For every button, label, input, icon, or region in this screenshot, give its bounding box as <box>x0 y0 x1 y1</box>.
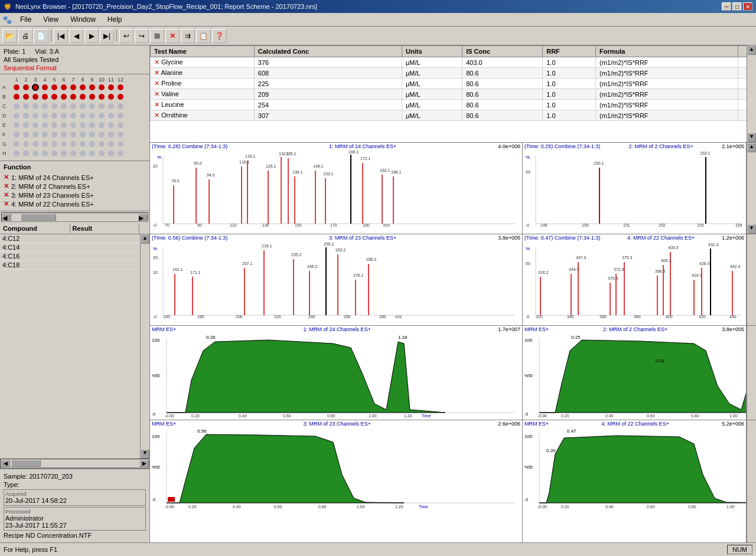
data-row-glycine[interactable]: ✕ Glycine 376 µM/L 403.0 1.0 (m1/m2)*IS*… <box>151 57 756 68</box>
toolbar-btn6[interactable]: ↪ <box>135 29 149 43</box>
cscroll-right[interactable]: ▶ <box>139 460 149 467</box>
well-C2[interactable] <box>21 102 31 111</box>
toolbar-print2[interactable]: 📄 <box>34 29 48 43</box>
spectrum-vscroll[interactable]: ▲ ▼ <box>747 143 756 234</box>
well-A8[interactable] <box>78 83 87 92</box>
cell-alanine-conc: 608 <box>254 68 402 79</box>
well-A10[interactable] <box>97 83 106 92</box>
spectrum2-header: (Time: 0.25) Combine (7:34-1:3) 2: MRM o… <box>523 143 746 150</box>
title-bar-left: 🦁 NeoLynx Browser - [20170720_Precision_… <box>4 3 317 11</box>
compound-rows: 4:C12 4:C14 4:C16 4:C18 <box>0 234 140 459</box>
well-C8[interactable] <box>78 102 87 111</box>
function-item-2[interactable]: ✕ 2: MRM of 2 Channels ES+ <box>4 182 146 191</box>
vscroll-down[interactable]: ▼ <box>141 449 149 459</box>
well-A6[interactable] <box>59 83 69 92</box>
toolbar-first[interactable]: |◀ <box>54 29 68 43</box>
valine-x: ✕ <box>154 90 159 97</box>
well-C1[interactable] <box>12 102 21 111</box>
compound-row-C14[interactable]: 4:C14 <box>0 243 140 252</box>
well-C11[interactable] <box>106 102 116 111</box>
data-row-proline[interactable]: ✕ Proline 225 µM/L 80.6 1.0 (m1/m2)*IS*R… <box>151 79 756 89</box>
well-B1[interactable] <box>12 92 21 102</box>
compound-row-C18[interactable]: 4:C18 <box>0 261 140 270</box>
cscroll-left[interactable]: ◀ <box>1 460 10 467</box>
toolbar-btn5[interactable]: ↩ <box>119 29 133 43</box>
tvscroll-down[interactable]: ▼ <box>747 133 756 142</box>
toolbar-help[interactable]: ❓ <box>212 29 227 43</box>
compound-hscroll[interactable]: ◀ ▶ <box>0 459 149 468</box>
menu-window[interactable]: Window <box>67 14 99 25</box>
well-A4[interactable] <box>40 83 50 92</box>
compound-row-C16[interactable]: 4:C16 <box>0 252 140 261</box>
toolbar-print[interactable]: 🖨 <box>18 29 32 43</box>
tvscroll-up[interactable]: ▲ <box>747 45 756 55</box>
menu-view[interactable]: View <box>40 14 62 25</box>
well-A12[interactable] <box>116 83 125 92</box>
function-item-1[interactable]: ✕ 1: MRM of 24 Channels ES+ <box>4 173 146 182</box>
menu-help[interactable]: Help <box>104 14 126 25</box>
well-A3[interactable] <box>31 83 40 92</box>
close-button[interactable]: ✕ <box>743 2 752 11</box>
function-hscroll[interactable]: ◀ ▶ <box>1 212 148 222</box>
well-C7[interactable] <box>69 102 78 111</box>
svg-text:100: 100 <box>524 338 533 343</box>
well-A11[interactable] <box>106 83 116 92</box>
svscroll-up[interactable]: ▲ <box>747 143 756 152</box>
toolbar-play[interactable]: ▶ <box>84 29 99 43</box>
well-C6[interactable] <box>59 102 69 111</box>
cscroll-thumb[interactable] <box>11 460 41 467</box>
compound-vscroll[interactable]: ▲ ▼ <box>140 234 149 459</box>
data-row-valine[interactable]: ✕ Valine 209 µM/L 80.6 1.0 (m1/m2)*IS*RR… <box>151 89 756 100</box>
data-row-alanine[interactable]: ✕ Alanine 608 µM/L 80.6 1.0 (m1/m2)*IS*R… <box>151 68 756 79</box>
well-C10[interactable] <box>97 102 106 111</box>
well-A7[interactable] <box>69 83 78 92</box>
well-B3[interactable] <box>31 92 40 102</box>
toolbar-prev[interactable]: ◀ <box>69 29 83 43</box>
plate-row-C: C <box>2 102 147 111</box>
toolbar-expand[interactable]: ⊞ <box>150 29 164 43</box>
well-C3[interactable] <box>31 102 40 111</box>
well-B2[interactable] <box>21 92 31 102</box>
well-C5[interactable] <box>50 102 59 111</box>
maximize-button[interactable]: □ <box>732 2 742 11</box>
toolbar-open[interactable]: 📂 <box>2 29 17 43</box>
well-B4[interactable] <box>40 92 50 102</box>
well-A5[interactable] <box>50 83 59 92</box>
well-B10[interactable] <box>97 92 106 102</box>
well-A2[interactable] <box>21 83 31 92</box>
well-B7[interactable] <box>69 92 78 102</box>
toolbar-copy[interactable]: 📋 <box>196 29 211 43</box>
help-text: For Help, press F1 <box>4 546 57 553</box>
well-B12[interactable] <box>116 92 125 102</box>
function-item-3[interactable]: ✕ 3: MRM of 23 Channels ES+ <box>4 191 146 199</box>
compound-name-C12: 4:C12 <box>2 235 70 242</box>
toolbar-close-x[interactable]: ✕ <box>165 29 180 43</box>
toolbar-transfer[interactable]: ⇉ <box>181 29 195 43</box>
data-row-ornithine[interactable]: ✕ Ornithine 307 µM/L 80.6 1.0 (m1/m2)*IS… <box>151 110 756 121</box>
minimize-button[interactable]: ─ <box>722 2 731 11</box>
data-row-leucine[interactable]: ✕ Leucine 254 µM/L 80.6 1.0 (m1/m2)*IS*R… <box>151 100 756 110</box>
well-A9[interactable] <box>87 83 97 92</box>
svg-text:%50: %50 <box>524 374 533 378</box>
well-B8[interactable] <box>78 92 87 102</box>
well-C4[interactable] <box>40 102 50 111</box>
menu-file[interactable]: File <box>17 14 35 25</box>
table-vscroll[interactable]: ▲ ▼ <box>747 45 756 142</box>
well-B6[interactable] <box>59 92 69 102</box>
spectrum2-intensity: 2.1e+005 <box>722 143 744 149</box>
well-A1[interactable] <box>12 83 21 92</box>
vscroll-up[interactable]: ▲ <box>141 234 149 244</box>
toolbar-next[interactable]: ▶| <box>100 29 114 43</box>
scroll-right[interactable]: ▶ <box>138 214 148 221</box>
well-B11[interactable] <box>106 92 116 102</box>
scroll-left[interactable]: ◀ <box>2 214 11 221</box>
well-C9[interactable] <box>87 102 97 111</box>
compound-row-C12[interactable]: 4:C12 <box>0 234 140 243</box>
well-B9[interactable] <box>87 92 97 102</box>
svscroll-down[interactable]: ▼ <box>747 224 756 234</box>
function-item-4[interactable]: ✕ 4: MRM of 22 Channels ES+ <box>4 199 146 208</box>
function-label-2: 2: MRM of 2 Channels ES+ <box>11 183 90 190</box>
well-B5[interactable] <box>50 92 59 102</box>
well-C12[interactable] <box>116 102 125 111</box>
scroll-thumb[interactable] <box>21 214 56 221</box>
